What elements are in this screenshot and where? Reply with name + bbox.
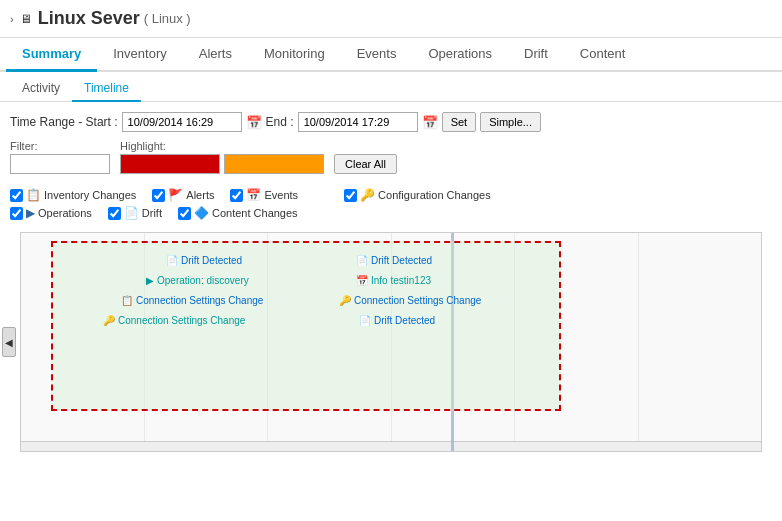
event-conn-2[interactable]: 🔑 Connection Settings Change	[339, 295, 481, 306]
start-time-input[interactable]	[122, 112, 242, 132]
drift-icon: 📄	[124, 206, 139, 220]
info-ev-icon: 📅	[356, 275, 368, 286]
event-drift-3[interactable]: 📄 Drift Detected	[359, 315, 435, 326]
checkbox-events[interactable]: 📅 Events	[230, 188, 298, 202]
drift-ev-icon-3: 📄	[359, 315, 371, 326]
ops-ev-icon: ▶	[146, 275, 154, 286]
tab-inventory[interactable]: Inventory	[97, 38, 182, 72]
page-header: › 🖥 Linux Sever ( Linux )	[0, 0, 782, 38]
end-cal-icon[interactable]: 📅	[422, 115, 438, 130]
subtab-activity[interactable]: Activity	[10, 76, 72, 102]
tab-drift[interactable]: Drift	[508, 38, 564, 72]
page-title: Linux Sever	[38, 8, 140, 29]
event-drift-2[interactable]: 📄 Drift Detected	[356, 255, 432, 266]
event-info[interactable]: 📅 Info testin123	[356, 275, 431, 286]
checkbox-operations[interactable]: ▶ Operations	[10, 206, 92, 220]
collapse-arrow[interactable]: ◀	[2, 327, 16, 357]
time-range-row: Time Range - Start : 📅 End : 📅 Set Simpl…	[10, 112, 772, 132]
controls-area: Time Range - Start : 📅 End : 📅 Set Simpl…	[0, 102, 782, 184]
content-icon: 🔷	[194, 206, 209, 220]
checkbox-row-2: ▶ Operations 📄 Drift 🔷 Content Changes	[10, 206, 772, 220]
event-drift-1[interactable]: 📄 Drift Detected	[166, 255, 242, 266]
timeline-container: ◀ 📄 Drift Detected ▶ Operation: discover…	[10, 232, 772, 452]
checkbox-drift[interactable]: 📄 Drift	[108, 206, 162, 220]
tab-alerts[interactable]: Alerts	[183, 38, 248, 72]
clear-all-button[interactable]: Clear All	[334, 154, 397, 174]
start-cal-icon[interactable]: 📅	[246, 115, 262, 130]
filter-row: Filter: Highlight: Clear All	[10, 140, 772, 174]
checkbox-row-1: 📋 Inventory Changes 🚩 Alerts 📅 Events 🔑 …	[10, 188, 772, 202]
checkbox-inventory[interactable]: 📋 Inventory Changes	[10, 188, 136, 202]
tab-monitoring[interactable]: Monitoring	[248, 38, 341, 72]
sub-nav: Activity Timeline	[0, 72, 782, 102]
inventory-icon: 📋	[26, 188, 41, 202]
filter-input[interactable]	[10, 154, 110, 174]
breadcrumb-arrow: ›	[10, 13, 14, 25]
grid-col-6	[639, 233, 762, 451]
timeline-area[interactable]: 📄 Drift Detected ▶ Operation: discovery …	[20, 232, 762, 452]
start-label: Time Range - Start :	[10, 115, 118, 129]
ops-icon: ▶	[26, 206, 35, 220]
tab-operations[interactable]: Operations	[412, 38, 508, 72]
event-conn-change-1[interactable]: 🔑 Connection Settings Change	[103, 315, 245, 326]
config-icon: 🔑	[360, 188, 375, 202]
end-label: End :	[266, 115, 294, 129]
events-icon: 📅	[246, 188, 261, 202]
end-time-input[interactable]	[298, 112, 418, 132]
timeline-scrollbar[interactable]	[21, 441, 761, 451]
filter-label: Filter:	[10, 140, 110, 152]
selection-box	[51, 241, 561, 411]
page-subtitle: ( Linux )	[144, 11, 191, 26]
filter-col: Filter:	[10, 140, 110, 174]
tab-events[interactable]: Events	[341, 38, 413, 72]
drift-ev-icon-2: 📄	[356, 255, 368, 266]
tab-content[interactable]: Content	[564, 38, 642, 72]
tab-summary[interactable]: Summary	[6, 38, 97, 72]
drift-ev-icon-1: 📄	[166, 255, 178, 266]
checkbox-alerts[interactable]: 🚩 Alerts	[152, 188, 214, 202]
highlight-label: Highlight:	[120, 140, 324, 152]
set-button[interactable]: Set	[442, 112, 477, 132]
subtab-timeline[interactable]: Timeline	[72, 76, 141, 102]
checkboxes-area: 📋 Inventory Changes 🚩 Alerts 📅 Events 🔑 …	[0, 184, 782, 228]
conn-ev-icon-1: 📋	[121, 295, 133, 306]
highlight-red-input[interactable]	[120, 154, 220, 174]
server-icon: 🖥	[20, 12, 32, 26]
highlight-orange-input[interactable]	[224, 154, 324, 174]
checkbox-config[interactable]: 🔑 Configuration Changes	[344, 188, 491, 202]
checkbox-content[interactable]: 🔷 Content Changes	[178, 206, 298, 220]
main-nav: Summary Inventory Alerts Monitoring Even…	[0, 38, 782, 72]
event-conn-1[interactable]: 📋 Connection Settings Change	[121, 295, 263, 306]
conn-ev-icon-2: 🔑	[103, 315, 115, 326]
alerts-icon: 🚩	[168, 188, 183, 202]
simple-button[interactable]: Simple...	[480, 112, 541, 132]
event-operation[interactable]: ▶ Operation: discovery	[146, 275, 249, 286]
conn-ev-icon-3: 🔑	[339, 295, 351, 306]
highlight-col: Highlight:	[120, 140, 324, 174]
